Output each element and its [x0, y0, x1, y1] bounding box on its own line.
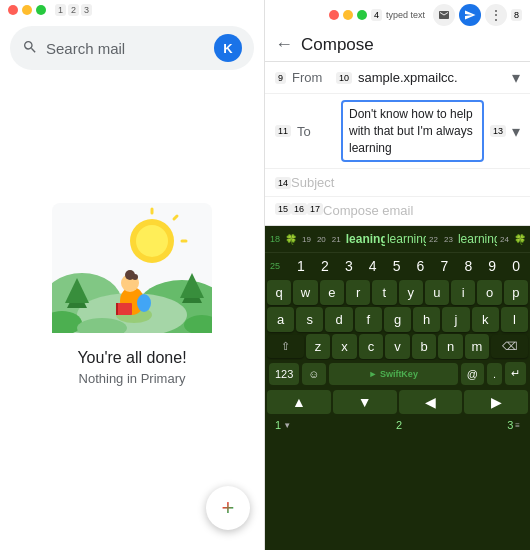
suggestion-leaning[interactable]: leaning: [344, 229, 385, 249]
send-button[interactable]: [459, 4, 481, 26]
more-options-button[interactable]: ⋮: [485, 4, 507, 26]
key-j[interactable]: j: [442, 307, 469, 332]
key-v[interactable]: v: [385, 334, 410, 359]
suggestion-icon-1: 🍀: [285, 234, 297, 245]
badge-25: 25: [267, 260, 283, 272]
avatar[interactable]: K: [214, 34, 242, 62]
nav-up-key[interactable]: ▲: [267, 390, 331, 414]
compose-header: ← Compose: [265, 28, 530, 62]
key-4[interactable]: 4: [361, 254, 385, 278]
key-7[interactable]: 7: [432, 254, 456, 278]
from-row: 9 From 10 sample.xpmailcc. ▾: [265, 62, 530, 94]
key-1[interactable]: 1: [289, 254, 313, 278]
key-a[interactable]: a: [267, 307, 294, 332]
from-dropdown-icon[interactable]: ▾: [512, 68, 520, 87]
key-k[interactable]: k: [472, 307, 499, 332]
key-6[interactable]: 6: [409, 254, 433, 278]
key-2[interactable]: 2: [313, 254, 337, 278]
inbox-text: You're all done! Nothing in Primary: [77, 349, 186, 386]
suggestion-learning-how[interactable]: learning how: [456, 229, 497, 249]
key-d[interactable]: d: [325, 307, 352, 332]
badge-23: 23: [441, 234, 456, 245]
key-m[interactable]: m: [465, 334, 490, 359]
keyboard: 18 🍀 19 20 21 leaning learning 22 23 lea…: [265, 226, 530, 550]
function-row: 123 ☺ ► SwiftKey @ . ↵: [265, 360, 530, 387]
asdf-row: a s d f g h j k l: [265, 306, 530, 333]
key-o[interactable]: o: [477, 280, 501, 305]
to-dropdown-icon[interactable]: ▾: [512, 122, 520, 141]
period-key[interactable]: .: [487, 363, 502, 385]
key-q[interactable]: q: [267, 280, 291, 305]
key-y[interactable]: y: [399, 280, 423, 305]
body-row: 15 16 17 Compose email: [265, 197, 530, 225]
key-g[interactable]: g: [384, 307, 411, 332]
qwerty-row: q w e r t y u i o p: [265, 279, 530, 306]
key-5[interactable]: 5: [385, 254, 409, 278]
right-tl-yellow: [343, 10, 353, 20]
action-icon-5[interactable]: [433, 4, 455, 26]
svg-rect-19: [116, 303, 132, 315]
typed-text-label: typed text: [386, 10, 425, 20]
subject-row: 14 Subject: [265, 169, 530, 197]
emoji-key[interactable]: ☺: [302, 363, 325, 385]
key-l[interactable]: l: [501, 307, 528, 332]
zxcv-row: ⇧ z x c v b n m ⌫: [265, 333, 530, 360]
search-bar[interactable]: Search mail K: [10, 26, 254, 70]
traffic-lights: [8, 5, 46, 15]
key-c[interactable]: c: [359, 334, 384, 359]
key-s[interactable]: s: [296, 307, 323, 332]
to-label: To: [297, 124, 335, 139]
key-x[interactable]: x: [332, 334, 357, 359]
key-p[interactable]: p: [504, 280, 528, 305]
illustration-image: [52, 203, 212, 333]
right-tl-red: [329, 10, 339, 20]
to-input[interactable]: Don't know how to help with that but I'm…: [341, 100, 484, 162]
traffic-light-red: [8, 5, 18, 15]
inbox-empty-subtitle: Nothing in Primary: [77, 371, 186, 386]
key-t[interactable]: t: [372, 280, 396, 305]
svg-point-18: [132, 274, 138, 280]
key-0[interactable]: 0: [504, 254, 528, 278]
badge-14: 14: [275, 177, 291, 189]
key-w[interactable]: w: [293, 280, 317, 305]
kb-indicators: 1 ▼ 2 3 ≡: [265, 417, 530, 433]
search-input[interactable]: Search mail: [46, 40, 206, 57]
delete-key[interactable]: ⌫: [491, 335, 528, 358]
key-8[interactable]: 8: [456, 254, 480, 278]
badge-9: 9: [275, 72, 286, 84]
number-row: 25 1 2 3 4 5 6 7 8 9 0: [265, 253, 530, 279]
key-i[interactable]: i: [451, 280, 475, 305]
nav-right-key[interactable]: ▶: [464, 390, 528, 414]
key-r[interactable]: r: [346, 280, 370, 305]
key-9[interactable]: 9: [480, 254, 504, 278]
key-e[interactable]: e: [320, 280, 344, 305]
subject-input[interactable]: Subject: [291, 175, 520, 190]
compose-title: Compose: [301, 35, 520, 55]
badge-17: 17: [307, 203, 323, 215]
enter-key[interactable]: ↵: [505, 362, 526, 385]
at-key[interactable]: @: [461, 363, 484, 385]
svg-rect-20: [116, 303, 118, 315]
key-u[interactable]: u: [425, 280, 449, 305]
key-h[interactable]: h: [413, 307, 440, 332]
key-n[interactable]: n: [438, 334, 463, 359]
key-z[interactable]: z: [306, 334, 331, 359]
nav-down-key[interactable]: ▼: [333, 390, 397, 414]
suggestion-bar: 18 🍀 19 20 21 leaning learning 22 23 lea…: [265, 226, 530, 253]
nav-left-key[interactable]: ◀: [399, 390, 463, 414]
badge-20: 20: [314, 234, 329, 245]
suggestion-learning[interactable]: learning: [385, 229, 426, 249]
back-arrow-icon[interactable]: ←: [275, 34, 293, 55]
space-key[interactable]: ► SwiftKey: [329, 363, 458, 385]
indicator-3: 3 ≡: [507, 419, 520, 431]
key-b[interactable]: b: [412, 334, 437, 359]
key-f[interactable]: f: [355, 307, 382, 332]
right-panel: 4 typed text ⋮ 8 ← Compose 9 From 10 sam…: [265, 0, 530, 550]
badge-1: 1: [55, 4, 66, 16]
shift-key[interactable]: ⇧: [267, 335, 304, 358]
fab-compose-button[interactable]: +: [206, 486, 250, 530]
indicator-2: 2: [396, 419, 402, 431]
key-3[interactable]: 3: [337, 254, 361, 278]
body-input[interactable]: Compose email: [323, 203, 520, 218]
num-switch-key[interactable]: 123: [269, 363, 299, 385]
